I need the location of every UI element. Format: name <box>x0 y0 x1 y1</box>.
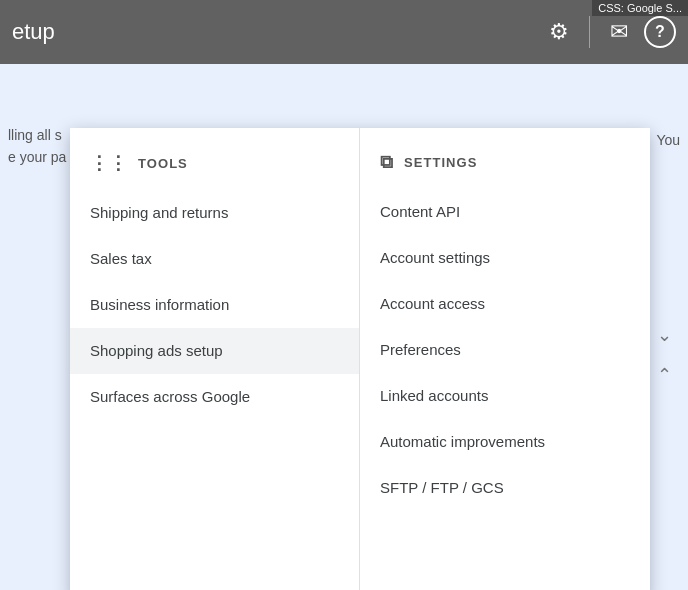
settings-header-label: SETTINGS <box>404 155 477 170</box>
dropdown-menu: ⋮⋮ TOOLS Shipping and returns Sales tax … <box>70 128 650 590</box>
wrench-icon[interactable]: ⚙ <box>541 11 577 53</box>
menu-item-account-access[interactable]: Account access <box>360 281 650 327</box>
menu-item-shipping[interactable]: Shipping and returns <box>70 190 359 236</box>
top-bar: etup ⚙ ✉ ? CSS: Google S... <box>0 0 688 64</box>
menu-item-auto-improvements[interactable]: Automatic improvements <box>360 419 650 465</box>
page-title: etup <box>0 19 55 45</box>
content-right: You <box>648 124 688 156</box>
menu-item-account-settings[interactable]: Account settings <box>360 235 650 281</box>
menu-item-business-info[interactable]: Business information <box>70 282 359 328</box>
settings-header: ⧉ SETTINGS <box>360 148 650 189</box>
settings-column: ⧉ SETTINGS Content API Account settings … <box>360 128 650 590</box>
tools-grid-icon: ⋮⋮ <box>90 152 128 174</box>
chevron-down-icon[interactable]: ⌄ <box>657 324 672 346</box>
settings-copy-icon: ⧉ <box>380 152 394 173</box>
menu-item-preferences[interactable]: Preferences <box>360 327 650 373</box>
menu-item-linked-accounts[interactable]: Linked accounts <box>360 373 650 419</box>
menu-item-shopping-ads[interactable]: Shopping ads setup <box>70 328 359 374</box>
top-bar-icons: ⚙ ✉ ? <box>541 11 676 53</box>
content-left: lling all s e your pa <box>0 124 74 169</box>
menu-item-sales-tax[interactable]: Sales tax <box>70 236 359 282</box>
divider <box>589 16 590 48</box>
css-badge: CSS: Google S... <box>592 0 688 16</box>
email-icon[interactable]: ✉ <box>602 11 636 53</box>
menu-item-sftp[interactable]: SFTP / FTP / GCS <box>360 465 650 511</box>
tools-column: ⋮⋮ TOOLS Shipping and returns Sales tax … <box>70 128 360 590</box>
help-icon[interactable]: ? <box>644 16 676 48</box>
tools-header: ⋮⋮ TOOLS <box>70 148 359 190</box>
menu-item-content-api[interactable]: Content API <box>360 189 650 235</box>
content-area: lling all s e your pa You ⌄ ⌃ mandatory … <box>0 64 688 590</box>
chevron-up-icon[interactable]: ⌃ <box>657 364 672 386</box>
menu-item-surfaces[interactable]: Surfaces across Google <box>70 374 359 420</box>
tools-header-label: TOOLS <box>138 156 188 171</box>
